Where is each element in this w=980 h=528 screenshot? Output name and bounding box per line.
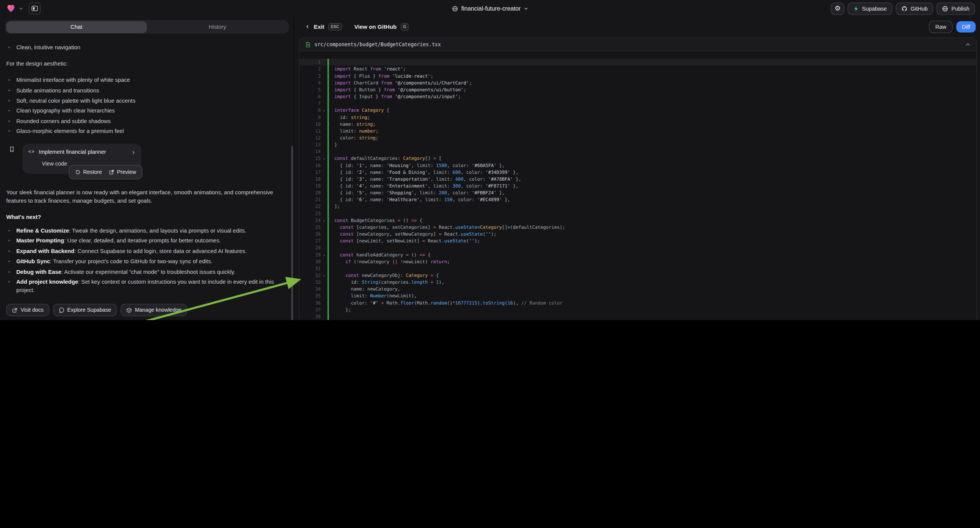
publish-globe-icon bbox=[942, 5, 948, 12]
fold-marker bbox=[320, 162, 327, 169]
fold-marker bbox=[320, 134, 327, 141]
line-number: 12 bbox=[299, 134, 320, 141]
line-number: 9 bbox=[299, 114, 320, 121]
line-number: 19 bbox=[299, 183, 320, 189]
line-number: 14 bbox=[299, 148, 320, 155]
code-line: 24▾const BudgetCategories = () => { bbox=[299, 217, 976, 224]
code-line: 7 bbox=[299, 100, 976, 107]
tab-history[interactable]: History bbox=[147, 21, 288, 33]
logo-chevron-down-icon[interactable] bbox=[19, 6, 24, 11]
whats-next-heading: What's next? bbox=[6, 213, 286, 221]
version-card-implement-financial-planner[interactable]: <> Implement financial planner View code bbox=[22, 144, 141, 173]
code-line: 20 { id: '5', name: 'Shopping', limit: 2… bbox=[299, 189, 976, 196]
fold-marker bbox=[320, 237, 327, 244]
line-number: 25 bbox=[299, 224, 320, 231]
project-switcher[interactable]: financial-future-creator bbox=[452, 0, 528, 17]
explore-supabase-button[interactable]: Explore Supabase bbox=[53, 304, 117, 316]
code-line: 37 }; bbox=[299, 307, 976, 313]
sidebar-toggle-button[interactable] bbox=[29, 3, 41, 14]
restore-preview-pill: Restore Preview bbox=[69, 165, 142, 179]
fold-marker bbox=[320, 100, 327, 107]
code-line: 16 { id: '1', name: 'Housing', limit: 15… bbox=[299, 162, 976, 169]
bullet-item: Clean typography with clear hierarchies bbox=[6, 107, 286, 116]
code-line: 6import { Input } from '@/components/ui/… bbox=[299, 93, 976, 100]
publish-button[interactable]: Publish bbox=[936, 2, 975, 15]
supabase-bolt-icon bbox=[853, 5, 859, 12]
line-number: 31 bbox=[299, 265, 320, 272]
fold-marker bbox=[320, 121, 327, 127]
code-line: 34 name: newCategory, bbox=[299, 286, 976, 293]
file-added-icon bbox=[305, 41, 311, 48]
restore-button[interactable]: Restore bbox=[75, 168, 102, 176]
code-line: 32▾ const newCategoryObj: Category = { bbox=[299, 272, 976, 279]
line-number: 28 bbox=[299, 244, 320, 251]
line-number: 24 bbox=[299, 217, 320, 224]
bullet-item: Rounded corners and subtle shadows bbox=[6, 118, 286, 126]
fold-marker bbox=[320, 231, 327, 237]
code-line: 12 color: string; bbox=[299, 134, 976, 141]
code-line: 36 color: '#' + Math.floor(Math.random()… bbox=[299, 299, 976, 306]
line-number: 17 bbox=[299, 169, 320, 176]
exit-button[interactable]: Exit ESC bbox=[305, 23, 342, 30]
esc-keycap: ESC bbox=[328, 23, 342, 30]
restore-icon bbox=[75, 169, 81, 175]
code-brackets-icon: <> bbox=[28, 149, 35, 156]
raw-toggle-button[interactable]: Raw bbox=[929, 21, 952, 33]
line-number: 4 bbox=[299, 80, 320, 86]
github-button[interactable]: GitHub bbox=[896, 2, 934, 15]
bookmark-icon[interactable] bbox=[9, 144, 22, 173]
line-number: 5 bbox=[299, 86, 320, 93]
code-line: 2import React from 'react'; bbox=[299, 65, 976, 72]
collapse-chevron-up-icon[interactable] bbox=[965, 42, 971, 47]
fold-marker bbox=[320, 203, 327, 210]
code-line: 29▾ const handleAddCategory = () => { bbox=[299, 251, 976, 258]
code-card: src/components/budget/BudgetCategories.t… bbox=[299, 38, 977, 320]
line-number: 30 bbox=[299, 258, 320, 265]
g-keycap: G bbox=[401, 23, 409, 30]
external-link-icon bbox=[109, 169, 115, 175]
fold-marker: ▾ bbox=[320, 155, 327, 162]
line-number: 35 bbox=[299, 293, 320, 299]
whats-next-item: Add project knowledge: Set key context o… bbox=[6, 278, 286, 295]
fold-marker bbox=[320, 210, 327, 217]
line-number: 6 bbox=[299, 93, 320, 100]
preview-button[interactable]: Preview bbox=[109, 168, 136, 176]
visit-docs-button[interactable]: Visit docs bbox=[6, 304, 49, 316]
fold-marker bbox=[320, 86, 327, 93]
fold-marker bbox=[320, 80, 327, 86]
chat-scrollbar[interactable] bbox=[291, 145, 293, 320]
diff-toggle-button[interactable]: Diff bbox=[956, 21, 975, 32]
fold-marker bbox=[320, 293, 327, 299]
view-on-github-button[interactable]: View on GitHub G bbox=[354, 23, 409, 30]
line-number: 1 bbox=[299, 59, 320, 65]
fold-marker bbox=[320, 299, 327, 306]
fold-marker bbox=[320, 141, 327, 148]
line-number: 34 bbox=[299, 286, 320, 293]
fold-marker bbox=[320, 148, 327, 155]
code-toolbar: Exit ESC View on GitHub G Raw Diff bbox=[294, 17, 980, 37]
fold-marker bbox=[320, 258, 327, 265]
tab-chat[interactable]: Chat bbox=[6, 21, 147, 33]
top-bar: financial-future-creator ⚙ Supabase GitH… bbox=[0, 0, 980, 17]
partial-bullet-list: Clean, intuitive navigation bbox=[6, 44, 286, 52]
code-line: 4import ChartCard from '@/components/ui/… bbox=[299, 80, 976, 86]
line-number: 27 bbox=[299, 237, 320, 244]
bullet-item: Minimalist interface with plenty of whit… bbox=[6, 76, 286, 84]
fold-marker bbox=[320, 224, 327, 231]
code-editor: 12import React from 'react';3import { Pl… bbox=[299, 51, 976, 320]
fold-marker: ▾ bbox=[320, 272, 327, 279]
supabase-button[interactable]: Supabase bbox=[848, 2, 892, 15]
code-line: 1 bbox=[299, 59, 976, 65]
fold-marker bbox=[320, 128, 327, 134]
settings-gear-button[interactable]: ⚙ bbox=[831, 2, 845, 15]
bullet-item: Clean, intuitive navigation bbox=[6, 44, 286, 52]
manage-knowledge-button[interactable]: Manage knowledge bbox=[121, 304, 187, 316]
file-path: src/components/budget/BudgetCategories.t… bbox=[314, 42, 441, 47]
code-line: 5import { Button } from '@/components/ui… bbox=[299, 86, 976, 93]
line-number: 29 bbox=[299, 251, 320, 258]
whats-next-item: Debug with Ease: Activate our experiment… bbox=[6, 268, 286, 276]
fold-marker bbox=[320, 265, 327, 272]
code-line: 21 { id: '6', name: 'Healthcare', limit:… bbox=[299, 196, 976, 203]
code-line: 14 bbox=[299, 148, 976, 155]
code-line: 31 bbox=[299, 265, 976, 272]
